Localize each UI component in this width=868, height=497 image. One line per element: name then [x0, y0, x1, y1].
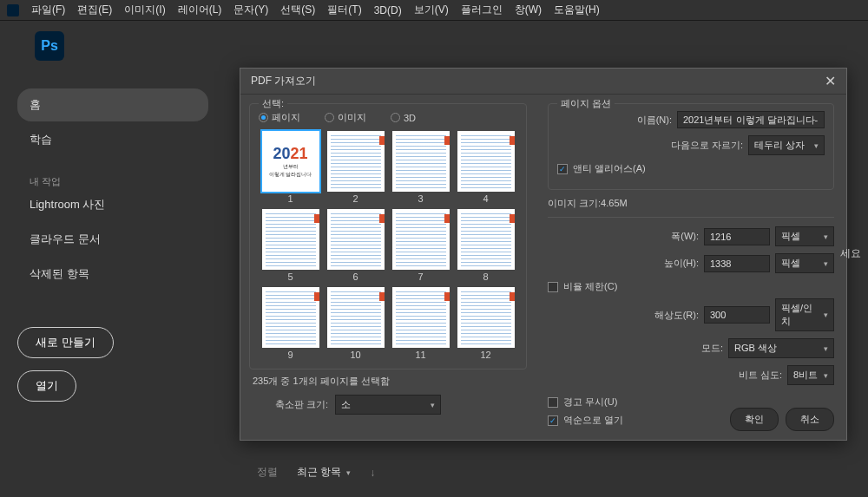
thumb-11[interactable]: 11 [389, 285, 452, 362]
sidebar-cloud[interactable]: 클라우드 문서 [17, 223, 208, 256]
cover-20: 20 [273, 145, 290, 162]
sidebar-home[interactable]: 홈 [17, 88, 208, 121]
reverse-open-label: 역순으로 열기 [563, 414, 623, 427]
thumb-8[interactable]: 8 [454, 207, 517, 284]
close-icon[interactable]: ✕ [825, 73, 836, 89]
constrain-checkbox[interactable] [548, 282, 558, 292]
thumbnail-grid: 2021년부터이렇게 달라집니다1 2 3 4 5 6 7 8 9 10 11 … [259, 129, 517, 362]
menu-image[interactable]: 이미지(I) [124, 3, 165, 17]
menu-type[interactable]: 문자(Y) [233, 3, 268, 17]
reverse-open-checkbox[interactable] [548, 415, 558, 426]
new-button[interactable]: 새로 만들기 [17, 327, 114, 358]
crop-value: 테두리 상자 [754, 139, 805, 152]
menu-layer[interactable]: 레이어(L) [178, 3, 222, 17]
thumb-6[interactable]: 6 [324, 207, 387, 284]
cancel-button[interactable]: 취소 [786, 408, 834, 431]
thumb-3[interactable]: 3 [389, 129, 452, 206]
menu-select[interactable]: 선택(S) [280, 3, 315, 17]
thumb-label: 12 [454, 348, 517, 362]
ps-logo: Ps [35, 31, 64, 61]
chevron-down-icon: ▾ [824, 371, 828, 380]
image-size-label: 이미지 크기:4.65M [548, 197, 834, 210]
width-label: 폭(W): [671, 230, 699, 243]
crop-select[interactable]: 테두리 상자▾ [748, 135, 825, 155]
select-fieldset: 선택: 페이지 이미지 3D [249, 103, 527, 369]
radio-image-dot [325, 113, 334, 122]
cover-21: 21 [291, 145, 308, 162]
page-options-fieldset: 페이지 옵션 이름(N): 다음으로 자르기: 테두리 상자▾ 앤티 앨리어스(… [548, 103, 834, 190]
thumb-12[interactable]: 12 [454, 285, 517, 362]
chevron-down-icon: ▾ [824, 232, 828, 241]
thumb-label: 4 [454, 192, 517, 206]
width-input[interactable] [704, 228, 770, 245]
resolution-unit-value: 픽셀/인치 [781, 302, 820, 328]
height-unit-value: 픽셀 [781, 257, 800, 270]
height-label: 높이(H): [664, 257, 699, 270]
bottom-bar: 정렬 최근 항목 ▾ ↓ [257, 465, 375, 480]
thumb-label: 2 [324, 192, 387, 206]
suppress-warnings-label: 경고 무시(U) [563, 396, 617, 409]
thumb-label: 1 [259, 192, 322, 206]
radio-3d[interactable]: 3D [391, 113, 416, 123]
thumb-1[interactable]: 2021년부터이렇게 달라집니다1 [259, 129, 322, 206]
chevron-down-icon: ▾ [824, 344, 828, 353]
resolution-input[interactable] [704, 306, 770, 324]
menu-view[interactable]: 보기(V) [414, 3, 449, 17]
menu-window[interactable]: 창(W) [515, 3, 542, 17]
menu-filter[interactable]: 필터(T) [327, 3, 361, 17]
resolution-unit-select[interactable]: 픽셀/인치▾ [775, 298, 834, 331]
thumb-2[interactable]: 2 [324, 129, 387, 206]
name-input[interactable] [677, 111, 825, 128]
thumb-9[interactable]: 9 [259, 285, 322, 362]
thumb-label: 3 [389, 192, 452, 206]
thumb-7[interactable]: 7 [389, 207, 452, 284]
sidebar-learn[interactable]: 학습 [17, 123, 208, 156]
thumb-label: 5 [259, 270, 322, 284]
radio-page[interactable]: 페이지 [259, 111, 300, 124]
chevron-down-icon: ▾ [346, 468, 351, 477]
radio-page-label: 페이지 [272, 111, 300, 124]
menu-3d[interactable]: 3D(D) [374, 4, 402, 16]
menu-plugins[interactable]: 플러그인 [461, 3, 503, 17]
width-unit-select[interactable]: 픽셀▾ [775, 226, 834, 246]
height-unit-select[interactable]: 픽셀▾ [775, 253, 834, 273]
menu-edit[interactable]: 편집(E) [77, 3, 112, 17]
radio-3d-label: 3D [404, 113, 416, 123]
divider [548, 217, 834, 218]
pdf-import-dialog: PDF 가져오기 ✕ 선택: 페이지 이미지 [240, 68, 847, 441]
thumb-10[interactable]: 10 [324, 285, 387, 362]
open-button[interactable]: 열기 [17, 370, 76, 402]
chevron-down-icon: ▾ [814, 141, 819, 150]
thumb-label: 10 [324, 348, 387, 362]
crop-label: 다음으로 자르기: [671, 139, 743, 152]
antialias-checkbox[interactable] [557, 164, 568, 174]
sort-direction-icon[interactable]: ↓ [370, 467, 375, 479]
bit-value: 8비트 [793, 369, 818, 382]
thumb-label: 6 [324, 270, 387, 284]
menu-file[interactable]: 파일(F) [31, 3, 65, 17]
select-label: 선택: [259, 97, 287, 110]
thumb-size-label: 축소판 크기: [275, 398, 328, 411]
mode-select[interactable]: RGB 색상▾ [728, 338, 834, 358]
thumb-4[interactable]: 4 [454, 129, 517, 206]
sidebar-deleted[interactable]: 삭제된 항목 [17, 258, 208, 291]
bit-select[interactable]: 8비트▾ [787, 365, 834, 385]
name-label: 이름(N): [637, 114, 672, 127]
ok-button[interactable]: 확인 [730, 408, 779, 431]
page-options-label: 페이지 옵션 [557, 97, 615, 110]
radio-image[interactable]: 이미지 [325, 111, 366, 124]
radio-3d-dot [391, 113, 400, 122]
antialias-label: 앤티 앨리어스(A) [573, 162, 646, 175]
cover-sub2: 이렇게 달라집니다 [269, 171, 312, 179]
sidebar-lightroom[interactable]: Lightroom 사진 [17, 188, 208, 221]
thumb-5[interactable]: 5 [259, 207, 322, 284]
height-input[interactable] [704, 255, 770, 272]
constrain-label: 비율 제한(C) [563, 280, 617, 293]
thumb-size-select[interactable]: 소▾ [335, 395, 441, 415]
selection-status: 235개 중 1개의 페이지를 선택함 [249, 375, 527, 388]
dialog-titlebar: PDF 가져오기 ✕ [240, 69, 846, 95]
suppress-warnings-checkbox[interactable] [548, 397, 558, 408]
resolution-label: 해상도(R): [654, 309, 699, 322]
menu-help[interactable]: 도움말(H) [554, 3, 600, 17]
sort-recent-dropdown[interactable]: 최근 항목 ▾ [297, 465, 351, 480]
